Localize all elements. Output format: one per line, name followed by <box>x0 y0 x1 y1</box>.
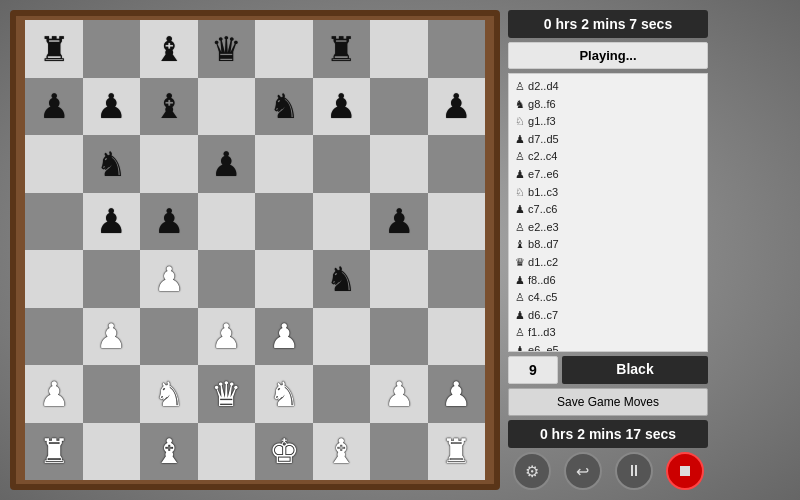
board-cell[interactable] <box>370 423 428 481</box>
board-cell[interactable]: ♜ <box>428 423 486 481</box>
board-cell[interactable] <box>140 308 198 366</box>
list-item: ♙ d2..d4 <box>515 78 701 96</box>
board-cell[interactable]: ♞ <box>83 135 141 193</box>
board-cell[interactable]: ♛ <box>198 365 256 423</box>
board-cell[interactable]: ♞ <box>313 250 371 308</box>
board-container: ♜♝♛♜♟♟♝♞♟♟♞♟♟♟♟♟♞♟♟♟♟♞♛♞♟♟♜♝♚♝♜ <box>10 10 500 490</box>
board-cell[interactable] <box>25 250 83 308</box>
status-bar: Playing... <box>508 42 708 69</box>
board-cell[interactable]: ♜ <box>25 423 83 481</box>
board-cell[interactable] <box>428 193 486 251</box>
board-cell[interactable]: ♟ <box>198 135 256 193</box>
board-cell[interactable]: ♜ <box>25 20 83 78</box>
chess-piece: ♜ <box>326 32 356 66</box>
list-item: ♟ d6..c7 <box>515 307 701 325</box>
chess-piece: ♛ <box>211 377 241 411</box>
board-cell[interactable]: ♟ <box>198 308 256 366</box>
list-item: ♘ g1..f3 <box>515 113 701 131</box>
board-cell[interactable]: ♟ <box>370 365 428 423</box>
chess-piece: ♞ <box>269 89 299 123</box>
board-cell[interactable] <box>255 193 313 251</box>
undo-button[interactable]: ↩ <box>564 452 602 490</box>
board-cell[interactable]: ♟ <box>428 365 486 423</box>
board-cell[interactable]: ♝ <box>313 423 371 481</box>
board-cell[interactable] <box>25 135 83 193</box>
chess-piece: ♞ <box>326 262 356 296</box>
board-cell[interactable] <box>140 135 198 193</box>
chess-piece: ♟ <box>96 204 126 238</box>
board-cell[interactable]: ♞ <box>255 365 313 423</box>
board-cell[interactable] <box>428 250 486 308</box>
board-cell[interactable] <box>25 193 83 251</box>
board-cell[interactable]: ♟ <box>140 250 198 308</box>
stop-button[interactable]: ⏹ <box>666 452 704 490</box>
board-cell[interactable] <box>428 308 486 366</box>
board-cell[interactable] <box>370 78 428 136</box>
list-item: ♟ d7..d5 <box>515 131 701 149</box>
board-cell[interactable] <box>25 308 83 366</box>
board-cell[interactable]: ♟ <box>313 78 371 136</box>
board-cell[interactable]: ♝ <box>140 423 198 481</box>
pause-button[interactable]: ⏸ <box>615 452 653 490</box>
save-game-button[interactable]: Save Game Moves <box>508 388 708 416</box>
moves-list: ♙ d2..d4♞ g8..f6♘ g1..f3♟ d7..d5♙ c2..c4… <box>508 73 708 352</box>
board-cell[interactable] <box>255 20 313 78</box>
board-cell[interactable] <box>370 250 428 308</box>
board-cell[interactable]: ♝ <box>140 20 198 78</box>
board-cell[interactable]: ♝ <box>140 78 198 136</box>
chess-board[interactable]: ♜♝♛♜♟♟♝♞♟♟♞♟♟♟♟♟♞♟♟♟♟♞♛♞♟♟♜♝♚♝♜ <box>25 20 485 480</box>
board-cell[interactable] <box>428 135 486 193</box>
chess-piece: ♞ <box>154 377 184 411</box>
board-cell[interactable]: ♟ <box>83 78 141 136</box>
board-cell[interactable] <box>255 250 313 308</box>
board-cell[interactable]: ♟ <box>83 308 141 366</box>
list-item: ♟ f8..d6 <box>515 272 701 290</box>
board-cell[interactable] <box>370 20 428 78</box>
board-cell[interactable]: ♟ <box>255 308 313 366</box>
list-item: ♙ e2..e3 <box>515 219 701 237</box>
board-cell[interactable] <box>313 135 371 193</box>
board-cell[interactable] <box>255 135 313 193</box>
board-cell[interactable] <box>370 135 428 193</box>
board-cell[interactable] <box>83 20 141 78</box>
board-cell[interactable]: ♞ <box>255 78 313 136</box>
list-item: ♘ b1..c3 <box>515 184 701 202</box>
app: ♜♝♛♜♟♟♝♞♟♟♞♟♟♟♟♟♞♟♟♟♟♞♛♞♟♟♜♝♚♝♜ 0 hrs 2 … <box>0 0 800 500</box>
board-cell[interactable] <box>198 423 256 481</box>
board-cell[interactable] <box>198 250 256 308</box>
move-number: 9 <box>508 356 558 384</box>
list-item: ♝ b8..d7 <box>515 236 701 254</box>
chess-piece: ♞ <box>269 377 299 411</box>
board-cell[interactable]: ♞ <box>140 365 198 423</box>
chess-piece: ♝ <box>154 434 184 468</box>
list-item: ♙ c2..c4 <box>515 148 701 166</box>
chess-piece: ♜ <box>39 434 69 468</box>
board-cell[interactable]: ♛ <box>198 20 256 78</box>
chess-piece: ♝ <box>154 89 184 123</box>
chess-piece: ♟ <box>211 319 241 353</box>
board-cell[interactable] <box>83 250 141 308</box>
chess-piece: ♚ <box>269 434 299 468</box>
board-cell[interactable]: ♟ <box>428 78 486 136</box>
list-item: ♙ f1..d3 <box>515 324 701 342</box>
board-cell[interactable] <box>83 365 141 423</box>
chess-piece: ♟ <box>441 89 471 123</box>
board-cell[interactable] <box>313 193 371 251</box>
board-cell[interactable]: ♟ <box>370 193 428 251</box>
board-cell[interactable]: ♜ <box>313 20 371 78</box>
board-cell[interactable]: ♟ <box>25 78 83 136</box>
board-cell[interactable]: ♟ <box>83 193 141 251</box>
board-cell[interactable] <box>370 308 428 366</box>
board-cell[interactable] <box>428 20 486 78</box>
board-cell[interactable] <box>313 365 371 423</box>
board-cell[interactable] <box>313 308 371 366</box>
settings-button[interactable]: ⚙ <box>513 452 551 490</box>
board-cell[interactable]: ♟ <box>25 365 83 423</box>
board-cell[interactable] <box>83 423 141 481</box>
timer-top: 0 hrs 2 mins 7 secs <box>508 10 708 38</box>
board-cell[interactable] <box>198 78 256 136</box>
board-cell[interactable] <box>198 193 256 251</box>
board-cell[interactable]: ♟ <box>140 193 198 251</box>
board-cell[interactable]: ♚ <box>255 423 313 481</box>
list-item: ♛ d1..c2 <box>515 254 701 272</box>
